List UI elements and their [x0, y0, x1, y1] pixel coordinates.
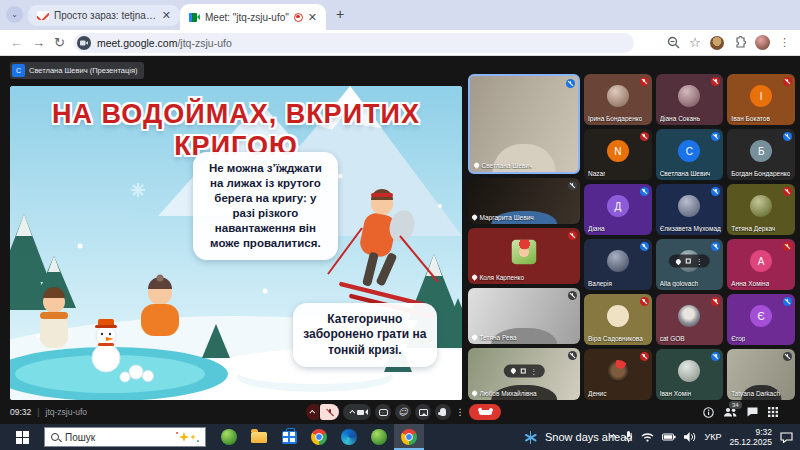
extensions-puzzle-icon[interactable] — [733, 36, 746, 49]
presentation-slide[interactable]: НА ВОДОЙМАХ, ВКРИТИХ КРИГОЮ Не можна з’ї… — [10, 86, 462, 400]
tab-search-button[interactable]: ⌄ — [6, 6, 23, 23]
close-icon[interactable]: ✕ — [308, 12, 317, 23]
battery-icon[interactable] — [662, 433, 676, 441]
mic-options-button[interactable] — [306, 404, 319, 420]
participant-tile[interactable]: Єлизавета Мухомад — [656, 184, 724, 235]
search-placeholder: Пошук — [65, 432, 95, 443]
language-indicator[interactable]: УКР — [704, 432, 721, 442]
presenter-label: Светлана Шевич (Презентація) — [29, 66, 137, 75]
extension-owl-icon[interactable] — [710, 36, 724, 50]
participant-tile[interactable]: А Анна Хоміна — [727, 239, 795, 290]
profile-avatar[interactable] — [755, 35, 770, 50]
leave-call-button[interactable] — [469, 404, 501, 420]
mic-mute-button[interactable] — [320, 404, 339, 420]
participant-tile[interactable]: N Nazar — [584, 129, 652, 180]
wifi-icon[interactable] — [641, 432, 654, 442]
speaker-icon[interactable] — [684, 432, 696, 442]
participant-tile[interactable]: І Іван Бокатов — [727, 74, 795, 125]
participant-tile[interactable]: Tatyana Darkach — [727, 349, 795, 400]
pin-icon[interactable] — [675, 258, 681, 264]
mic-muted-icon — [711, 352, 720, 361]
tab-meet[interactable]: Meet: "jtq-zsju-ufo" ✕ — [180, 4, 326, 30]
close-icon[interactable]: ✕ — [162, 10, 171, 21]
more-options-icon[interactable]: ⋮ — [530, 367, 537, 374]
participant-tile[interactable]: ⋮ Любов Михайлівна — [468, 348, 580, 400]
present-button[interactable] — [415, 404, 431, 420]
meeting-details-button[interactable] — [703, 407, 714, 418]
participant-avatar — [512, 239, 537, 264]
chat-button[interactable] — [747, 407, 758, 417]
participant-tile[interactable]: Светлана Шевич — [468, 74, 580, 174]
participant-tile[interactable]: cat GOB — [656, 294, 724, 345]
pin-icon[interactable] — [510, 368, 516, 374]
taskbar-app-chrome-active[interactable] — [394, 424, 424, 450]
smiley-icon: ☺ — [398, 408, 407, 417]
captions-icon: ·· — [379, 409, 388, 416]
recording-indicator-icon — [294, 13, 303, 22]
raise-hand-button[interactable] — [435, 404, 451, 420]
back-icon[interactable]: ← — [10, 36, 23, 49]
captions-button[interactable]: ·· — [375, 404, 391, 420]
mic-muted-icon — [568, 181, 577, 190]
edge-icon — [341, 429, 357, 445]
participant-tile[interactable]: Д Діана — [584, 184, 652, 235]
participant-tile[interactable]: Тетяна Рева — [468, 288, 580, 344]
participant-tile[interactable]: C Светлана Шевич — [656, 129, 724, 180]
participant-name: Анна Хоміна — [731, 280, 769, 287]
participant-tile[interactable]: Коля Карпенко — [468, 228, 580, 284]
taskbar-search[interactable]: Пошук — [44, 427, 206, 447]
browser-menu-icon[interactable]: ⋮ — [779, 36, 790, 49]
participant-name: Валерія — [588, 280, 612, 287]
pin-icon — [472, 390, 477, 396]
camera-button[interactable] — [343, 404, 371, 420]
action-center-button[interactable] — [780, 432, 793, 443]
participant-avatar — [607, 360, 629, 382]
zoom-icon[interactable] — [667, 36, 680, 49]
taskbar-app-edge[interactable] — [334, 424, 364, 450]
tab-strip: ⌄ Просто зараз: tetjna73@gmail ✕ Meet: "… — [0, 0, 800, 30]
more-options-button[interactable]: ⋮ — [455, 407, 465, 417]
participant-tile[interactable]: Денис — [584, 349, 652, 400]
tray-chevron-up-icon[interactable] — [610, 433, 617, 440]
activities-button[interactable] — [768, 407, 778, 417]
participant-tile[interactable]: Діана Сокань — [656, 74, 724, 125]
taskbar-app-green-2[interactable] — [364, 424, 394, 450]
tab-gmail[interactable]: Просто зараз: tetjna73@gmail ✕ — [28, 5, 180, 26]
people-button[interactable]: 34 — [724, 407, 737, 417]
participant-name: Єгор — [731, 335, 745, 342]
start-button[interactable] — [0, 424, 44, 450]
participant-tile[interactable]: Б Богдан Бондаренко — [727, 129, 795, 180]
participants-panel: Светлана Шевич Маргарита Шевич Коля Карп… — [468, 74, 795, 400]
reactions-button[interactable]: ☺ — [395, 404, 411, 420]
participant-tile[interactable]: Валерія — [584, 239, 652, 290]
expand-icon[interactable] — [520, 368, 525, 373]
taskbar-clock[interactable]: 9:32 25.12.2025 — [729, 427, 772, 447]
reload-icon[interactable]: ↻ — [54, 36, 65, 49]
participant-avatar — [678, 305, 700, 327]
participant-name: Богдан Бондаренко — [731, 170, 790, 177]
chevron-up-icon — [349, 410, 355, 416]
forward-icon[interactable]: → — [32, 36, 45, 49]
expand-icon[interactable] — [686, 259, 691, 264]
participant-avatar — [678, 85, 700, 107]
taskbar-app-green-1[interactable] — [214, 424, 244, 450]
tile-hover-controls[interactable]: ⋮ — [504, 364, 545, 377]
bookmark-star-icon[interactable]: ☆ — [689, 36, 701, 49]
participant-tile[interactable]: ⋮ Alla golovach — [656, 239, 724, 290]
participant-tile[interactable]: Віра Садовникова — [584, 294, 652, 345]
participant-tile[interactable]: Іван Хомін — [656, 349, 724, 400]
address-bar[interactable]: meet.google.com/jtq-zsju-ufo — [74, 33, 634, 53]
new-tab-button[interactable]: + — [336, 6, 344, 22]
participant-tile[interactable]: Є Єгор — [727, 294, 795, 345]
taskbar-app-explorer[interactable] — [244, 424, 274, 450]
participant-tile[interactable]: Ірина Бондаренко — [584, 74, 652, 125]
taskbar-app-chrome[interactable] — [304, 424, 334, 450]
tray-device-icon[interactable] — [624, 431, 633, 443]
site-info-icon[interactable] — [77, 36, 91, 50]
taskbar-app-store[interactable] — [274, 424, 304, 450]
tile-hover-controls[interactable]: ⋮ — [669, 255, 710, 268]
url-path: /jtq-zsju-ufo — [177, 37, 231, 49]
participant-tile[interactable]: Тетяна Деркач — [727, 184, 795, 235]
participant-tile[interactable]: Маргарита Шевич — [468, 178, 580, 224]
more-options-icon[interactable]: ⋮ — [696, 258, 703, 265]
